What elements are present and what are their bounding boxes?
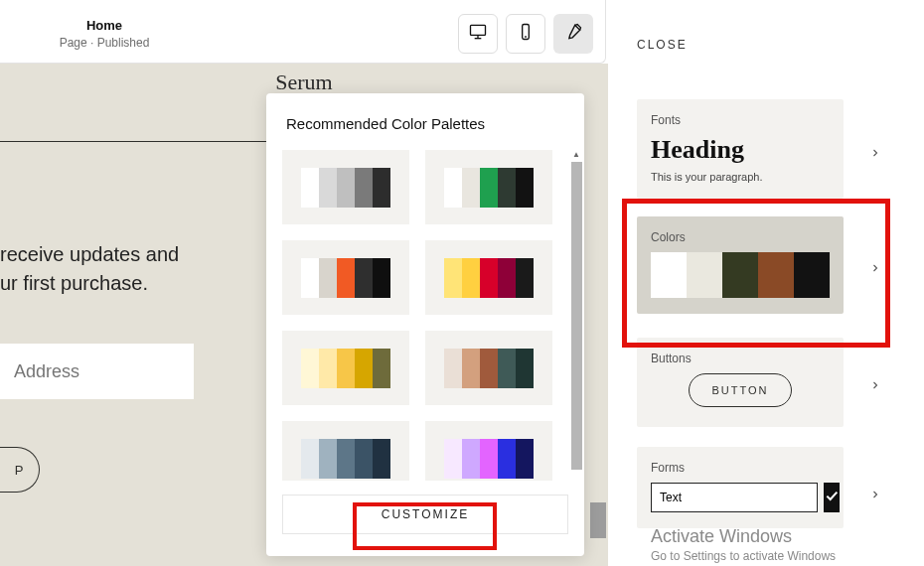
promo-copy-line2: ur first purchase.: [0, 272, 148, 294]
colors-card[interactable]: Colors: [637, 216, 844, 314]
desktop-view-button[interactable]: [458, 14, 498, 54]
popover-scroll-up[interactable]: ▲: [572, 150, 580, 158]
page-info[interactable]: Home Page · Published: [0, 18, 209, 50]
page-subtitle: Page · Published: [0, 36, 209, 50]
device-toggle-group: [458, 14, 593, 54]
page-title: Home: [0, 18, 209, 33]
forms-card[interactable]: Forms: [637, 447, 844, 528]
forms-chevron[interactable]: [863, 483, 887, 506]
color-palettes-popover: Recommended Color Palettes ▲ CUSTOMIZE: [266, 93, 584, 556]
palette-option[interactable]: [425, 240, 552, 315]
popover-title: Recommended Color Palettes: [266, 93, 584, 150]
fonts-chevron[interactable]: [863, 141, 887, 165]
preview-scrollbar[interactable]: [590, 99, 606, 516]
mobile-view-button[interactable]: [506, 14, 545, 54]
colors-chevron[interactable]: [863, 256, 887, 280]
promo-copy-line1: receive updates and: [0, 243, 179, 265]
active-palette: [651, 252, 830, 298]
fonts-label: Fonts: [651, 113, 830, 127]
palette-option[interactable]: [282, 421, 409, 481]
palette-option[interactable]: [425, 331, 552, 405]
forms-submit-preview[interactable]: [824, 483, 840, 512]
mobile-icon: [516, 22, 536, 46]
buttons-card[interactable]: Buttons BUTTON: [637, 338, 844, 427]
heading-preview: Heading: [651, 135, 830, 165]
windows-activation-watermark: Activate Windows Go to Settings to activ…: [651, 526, 836, 563]
signup-button-fragment[interactable]: P: [0, 447, 40, 493]
preview-scrollbar-thumb[interactable]: [590, 502, 606, 538]
promo-copy: receive updates and ur first purchase.: [0, 240, 258, 298]
check-icon: [824, 488, 840, 507]
palette-grid: [282, 150, 552, 481]
buttons-label: Buttons: [651, 352, 830, 365]
watermark-sub: Go to Settings to activate Windows: [651, 549, 836, 563]
palette-option[interactable]: [282, 150, 409, 224]
svg-rect-0: [471, 25, 486, 35]
fonts-card[interactable]: Fonts Heading This is your paragraph.: [637, 99, 844, 199]
forms-label: Forms: [651, 461, 830, 475]
button-preview: BUTTON: [689, 373, 791, 407]
styles-panel: CLOSE Fonts Heading This is your paragra…: [608, 0, 924, 566]
email-field[interactable]: [0, 344, 194, 399]
popover-scrollbar-thumb[interactable]: [571, 162, 582, 470]
paragraph-preview: This is your paragraph.: [651, 171, 830, 183]
buttons-chevron[interactable]: [863, 373, 887, 397]
customize-button[interactable]: CUSTOMIZE: [282, 495, 568, 534]
editor-topbar: Home Page · Published: [0, 0, 606, 64]
paintbrush-icon: [563, 22, 583, 46]
palette-option[interactable]: [282, 240, 409, 315]
close-button[interactable]: CLOSE: [637, 38, 688, 52]
palette-option[interactable]: [425, 150, 552, 224]
palette-option[interactable]: [282, 331, 409, 405]
watermark-title: Activate Windows: [651, 526, 836, 547]
forms-input-preview[interactable]: [651, 483, 818, 512]
colors-label: Colors: [651, 230, 830, 244]
palette-option[interactable]: [425, 421, 552, 481]
styles-brush-button[interactable]: [553, 14, 593, 54]
desktop-icon: [468, 22, 488, 46]
site-heading: Serum: [0, 70, 608, 95]
